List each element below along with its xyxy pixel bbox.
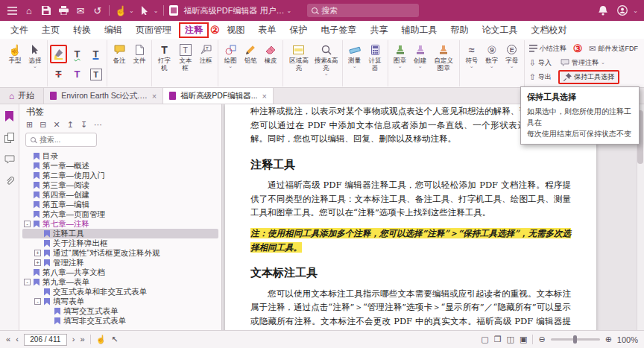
single-page-view-icon[interactable]: ▢ xyxy=(481,335,488,344)
attachments-panel-icon[interactable] xyxy=(4,175,16,187)
zoom-level-value[interactable]: 100% xyxy=(617,335,638,344)
number-button[interactable]: ⑨ 数字 ⌄ xyxy=(482,41,502,70)
strikeout-tool-button[interactable]: T xyxy=(50,65,67,83)
menu-convert[interactable]: 转换 xyxy=(67,22,97,38)
eraser-tool-button[interactable]: 橡皮 xyxy=(261,41,280,66)
menu-organize[interactable]: 页面管理 xyxy=(130,22,177,38)
textbox-tool-button[interactable]: T 文本框 xyxy=(175,41,195,73)
previous-page-button[interactable]: ‹ xyxy=(16,335,19,344)
menu-file[interactable]: 文件 xyxy=(4,22,34,38)
zoom-slider-thumb[interactable] xyxy=(573,335,577,344)
expander-icon[interactable]: + xyxy=(34,250,41,256)
hand-tool-status-icon[interactable]: ☝ xyxy=(96,335,107,344)
bookmark-item[interactable]: 填写非交互式表单 xyxy=(22,316,218,326)
search-input[interactable] xyxy=(321,6,414,15)
expander-icon[interactable]: - xyxy=(34,298,41,305)
close-icon[interactable]: × xyxy=(262,92,267,101)
bookmark-item[interactable]: 第三章—阅读 xyxy=(22,180,218,190)
pencil-tool-button[interactable]: 铅笔 xyxy=(241,41,260,66)
chevron-down-icon[interactable]: ⌄ xyxy=(286,7,291,14)
bookmark-item[interactable]: +通过“属性”对话框更改注释外观 xyxy=(22,248,218,258)
bookmark-item[interactable]: 第六章—页面管理 xyxy=(22,209,218,219)
symbol-button[interactable]: ≈ 符号 ⌄ xyxy=(462,41,482,70)
zoom-out-button[interactable]: ⊖ xyxy=(538,335,545,344)
letter-button[interactable]: E 字母 ⌄ xyxy=(502,41,522,70)
stamp-button[interactable]: 图章 ⌄ xyxy=(391,41,410,70)
continuous-view-icon[interactable]: ❐ xyxy=(494,335,502,344)
typewriter-tool-button[interactable]: T 打字机 xyxy=(154,41,174,73)
zoom-slider[interactable] xyxy=(551,338,600,341)
drawing-tool-button[interactable]: 绘图 ⌄ xyxy=(221,41,240,70)
first-page-button[interactable]: « xyxy=(6,335,10,344)
menu-form[interactable]: 表单 xyxy=(253,22,282,38)
print-icon[interactable] xyxy=(57,4,69,16)
note-tool-button[interactable]: 备注 xyxy=(110,41,129,66)
menu-view[interactable]: 视图 xyxy=(221,22,251,38)
bookmark-item[interactable]: 第五章—编辑 xyxy=(22,200,218,209)
bookmark-item[interactable]: -第九章—表单 xyxy=(22,277,218,287)
bookmarks-panel-icon[interactable] xyxy=(4,110,16,122)
create-stamp-button[interactable]: 创建 ⌄ xyxy=(411,41,430,70)
home-icon[interactable]: ⌂ xyxy=(23,4,35,16)
last-page-button[interactable]: » xyxy=(80,335,84,344)
menu-home[interactable]: 主页 xyxy=(36,22,66,38)
document-tab-foxit-manual[interactable]: 福昕高级PDF编辑器... × xyxy=(163,88,274,104)
bookmark-search-input[interactable] xyxy=(40,136,92,144)
menu-protect[interactable]: 保护 xyxy=(284,22,314,38)
user-avatar-icon[interactable] xyxy=(616,4,628,16)
bookmark-item[interactable]: 第二章—使用入门 xyxy=(22,171,218,180)
menu-proofread[interactable]: 文档校对 xyxy=(525,22,573,38)
select-tool-button[interactable]: 选择 ⌄ xyxy=(25,41,45,70)
underline-tool-button[interactable]: T xyxy=(87,45,104,63)
manage-comments-button[interactable]: 管理注释 ⌄ xyxy=(558,57,607,69)
facing-view-icon[interactable]: ◫ xyxy=(507,335,514,344)
comments-panel-icon[interactable] xyxy=(4,154,16,165)
mail-icon[interactable]: ✉ xyxy=(75,4,86,16)
start-tab[interactable]: ⌂ 开始 xyxy=(0,88,44,104)
bell-icon[interactable] xyxy=(597,4,609,16)
keep-tool-selected-button[interactable]: 保持工具选择 xyxy=(558,70,619,84)
callout-tool-button[interactable]: T 注框 xyxy=(196,41,215,66)
fullscreen-view-icon[interactable]: ▣ xyxy=(520,335,527,344)
menu-paper-tools[interactable]: 论文工具 xyxy=(476,22,524,38)
save-icon[interactable] xyxy=(40,4,52,16)
bookmark-item[interactable]: 目录 xyxy=(22,151,218,161)
hamburger-menu-icon[interactable] xyxy=(6,4,18,16)
email-fdf-button[interactable]: ✉ 邮件发送FDF xyxy=(587,43,640,54)
next-page-button[interactable]: › xyxy=(72,335,75,344)
summarize-comments-button[interactable]: 小结注释 xyxy=(527,43,569,54)
measure-tool-button[interactable]: 测量 ⌄ xyxy=(345,41,364,70)
bookmark-item[interactable]: 第一章—概述 xyxy=(22,161,218,171)
menu-esign[interactable]: 电子签章 xyxy=(315,22,363,38)
zoom-in-button[interactable]: ⊕ xyxy=(605,335,612,344)
select-tool-status-icon[interactable]: ↖ xyxy=(111,335,118,344)
menu-help[interactable]: 帮助 xyxy=(445,22,475,38)
undo-icon[interactable]: ↺ xyxy=(92,4,104,16)
expander-icon[interactable]: + xyxy=(34,259,41,266)
bookmark-item[interactable]: -第七章—注释 xyxy=(22,219,218,229)
chevron-down-icon[interactable]: ⌄ xyxy=(633,7,638,14)
area-highlight-button[interactable]: 区域高亮 xyxy=(285,41,312,73)
bookmark-item[interactable]: 交互式表单和非交互式表单 xyxy=(22,287,218,297)
bookmark-item[interactable]: -填写表单 xyxy=(22,297,218,306)
global-search-box[interactable] xyxy=(307,4,419,17)
highlight-tool-button[interactable] xyxy=(50,45,67,63)
bookmark-item-selected[interactable]: 注释工具 xyxy=(22,229,218,238)
move-up-icon[interactable]: ↥ xyxy=(67,120,74,130)
menu-edit[interactable]: 编辑 xyxy=(98,22,128,38)
calculator-button[interactable]: 计算器 xyxy=(365,41,385,73)
hand-tool-button[interactable]: ☝ 手型 xyxy=(5,41,25,66)
chevron-down-icon[interactable]: ⌄ xyxy=(154,7,159,14)
bookmark-item[interactable]: 关于注释弹出框 xyxy=(22,238,218,248)
import-comments-button[interactable]: ⇩ 导入 xyxy=(527,57,554,69)
squiggly-underline-tool-button[interactable]: T xyxy=(69,45,86,63)
delete-bookmark-icon[interactable]: ✕ xyxy=(53,120,60,130)
page-number-input[interactable] xyxy=(24,334,67,346)
bookmark-item[interactable]: +管理注释 xyxy=(22,258,218,268)
move-down-icon[interactable]: ↧ xyxy=(80,120,87,130)
document-tab-environ[interactable]: Environ Earth Sci公式.p... × xyxy=(44,88,163,104)
bookmark-search-box[interactable] xyxy=(25,133,97,147)
expander-icon[interactable]: - xyxy=(24,279,31,285)
menu-comment[interactable]: 注释 xyxy=(179,22,209,38)
bookmark-item[interactable]: 第八章—共享文档 xyxy=(22,268,218,277)
